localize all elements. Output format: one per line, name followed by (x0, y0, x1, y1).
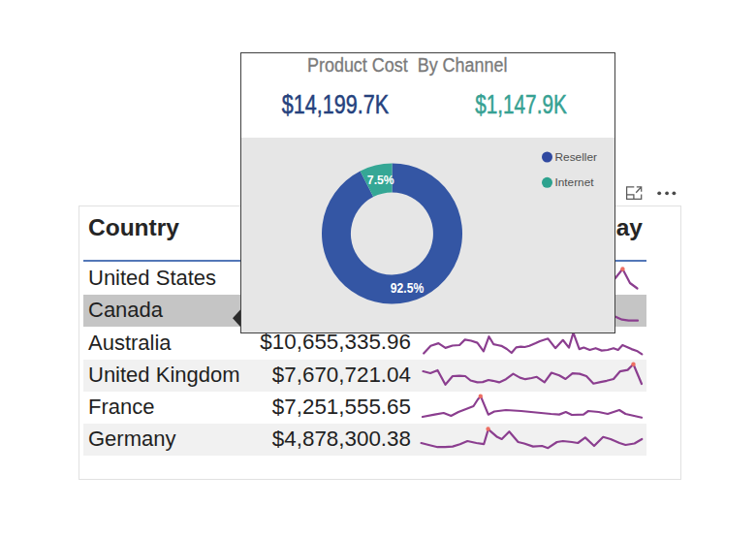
svg-text:7.5%: 7.5% (367, 173, 394, 187)
svg-text:Reseller: Reseller (555, 151, 598, 163)
svg-text:92.5%: 92.5% (391, 279, 425, 296)
svg-text:Internet: Internet (555, 176, 595, 188)
